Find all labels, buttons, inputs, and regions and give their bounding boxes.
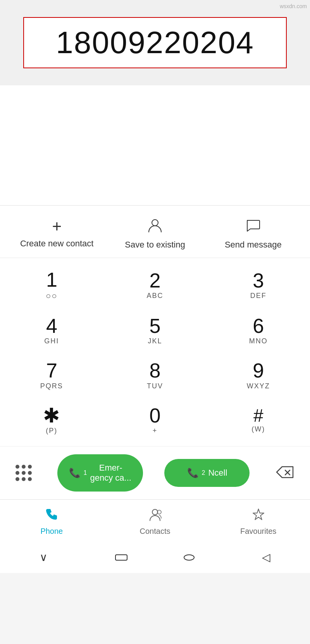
nav-item-favourites[interactable]: Favourites [207,507,310,536]
favourites-nav-label: Favourites [240,527,276,536]
keypad-toggle-button[interactable] [12,461,36,485]
call-row: 📞 1 Emer-gency ca... 📞 2 Ncell [0,446,310,499]
dial-key-2[interactable]: 2 ABC [103,262,207,308]
contacts-nav-icon [148,507,162,525]
nav-chevron-down[interactable]: ∨ [28,547,59,568]
backspace-icon [275,465,294,479]
phone-number-box: 18009220204 [23,17,287,68]
phone-nav-icon [45,507,59,525]
dialpad-row-2: 4 GHI 5 JKL 6 MNO [0,308,310,353]
action-row: + Create new contact Save to existing Se… [0,206,310,258]
dialpad-row-1: 1 ○○ 2 ABC 3 DEF [0,262,310,308]
nav-back[interactable]: ◁ [250,547,282,568]
emergency-call-button[interactable]: 📞 1 Emer-gency ca... [57,454,143,492]
svg-point-0 [152,220,158,226]
spacer [0,85,310,206]
plus-icon: + [52,218,62,235]
nav-square[interactable] [115,554,127,561]
send-message-button[interactable]: Send message [204,217,302,250]
ncell-call-button[interactable]: 📞 2 Ncell [164,459,250,487]
dial-key-6[interactable]: 6 MNO [207,308,310,353]
dial-key-4[interactable]: 4 GHI [0,308,103,353]
phone-number-display: 18009220204 [56,25,254,60]
contacts-nav-label: Contacts [140,527,170,536]
dial-key-9[interactable]: 9 WXYZ [207,353,310,397]
dial-key-1[interactable]: 1 ○○ [0,262,103,308]
watermark: wsxdn.com [280,3,307,9]
save-to-existing-label: Save to existing [125,240,185,250]
chat-icon [245,217,261,236]
person-icon [147,217,163,236]
send-message-label: Send message [225,240,282,250]
dial-key-5[interactable]: 5 JKL [103,308,207,353]
phone-number-area: 18009220204 [0,0,310,85]
dial-key-star[interactable]: ✱ (P) [0,398,103,442]
phone-icon-emergency: 📞 [69,467,81,478]
favourites-nav-icon [251,507,265,525]
svg-point-3 [152,509,158,515]
dial-key-7[interactable]: 7 PQRS [0,353,103,397]
backspace-button[interactable] [271,461,298,484]
create-new-contact-label: Create new contact [20,239,94,249]
dial-key-8[interactable]: 8 TUV [103,353,207,397]
dial-key-3[interactable]: 3 DEF [207,262,310,308]
create-new-contact-button[interactable]: + Create new contact [8,218,106,249]
dial-key-0[interactable]: 0 + [103,398,207,442]
dialpad-row-3: 7 PQRS 8 TUV 9 WXYZ [0,353,310,397]
bottom-nav: Phone Contacts Favourites [0,499,310,542]
phone-icon-ncell: 📞 [187,467,199,478]
nav-circle[interactable] [184,554,195,561]
dial-key-hash[interactable]: # (W) [207,398,310,442]
dialpad: 1 ○○ 2 ABC 3 DEF 4 GHI 5 JKL 6 MNO 7 PQR… [0,258,310,446]
nav-item-contacts[interactable]: Contacts [103,507,207,536]
nav-item-phone[interactable]: Phone [0,507,103,536]
dialpad-row-4: ✱ (P) 0 + # (W) [0,398,310,442]
save-to-existing-button[interactable]: Save to existing [106,217,204,250]
phone-nav-label: Phone [40,527,63,536]
ncell-call-label: Ncell [208,468,227,478]
emergency-call-label: Emer-gency ca... [90,463,131,483]
system-nav: ∨ ◁ [0,542,310,573]
